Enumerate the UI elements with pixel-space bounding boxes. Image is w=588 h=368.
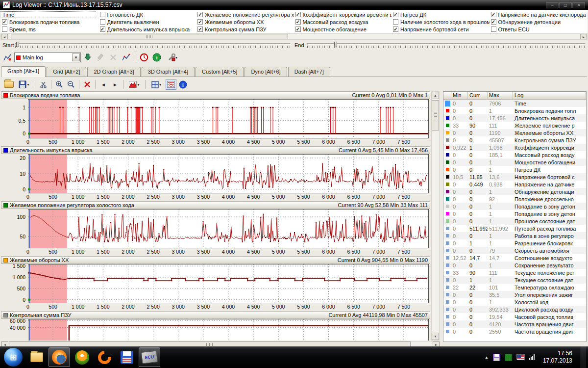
signal-checkbox-item[interactable]: ✓Желаемое положение регулятора хол: [196, 11, 294, 18]
table-row[interactable]: 0045507Контрольная сумма ПЗУ: [443, 136, 586, 144]
delete-log-button[interactable]: [107, 52, 119, 63]
end-slider[interactable]: [307, 41, 586, 49]
table-row[interactable]: 007906Time: [443, 100, 586, 107]
graph-info-button[interactable]: i: [177, 79, 188, 90]
save-button[interactable]: ▾: [16, 79, 32, 90]
tray-floppy-icon[interactable]: [493, 354, 500, 361]
next-button[interactable]: ►: [110, 79, 121, 90]
table-row[interactable]: 3390111Текущее положение рег: [443, 269, 586, 276]
checked-checkbox-icon[interactable]: ✓: [2, 19, 7, 25]
table-row[interactable]: 0079Скорость автомобиля: [443, 247, 586, 254]
table-row[interactable]: 00185,1Массовый расход возду: [443, 151, 586, 158]
signal-panel-hscrollbar[interactable]: ◄ ►: [0, 33, 588, 40]
table-row[interactable]: 001190Желаемые обороты ХХ: [443, 129, 586, 136]
edit-log-button[interactable]: [95, 52, 106, 63]
show-desktop-button[interactable]: [581, 346, 586, 368]
table-row[interactable]: 0035,5Угол опережения зажиг: [443, 291, 586, 298]
checked-checkbox-icon[interactable]: ✓: [197, 12, 203, 17]
language-flag-icon[interactable]: [516, 354, 525, 360]
table-row[interactable]: 0,92211,098Коэффициент коррекци: [443, 144, 586, 151]
layout-dropdown[interactable]: ▾: [148, 79, 165, 90]
open-log-button[interactable]: [3, 79, 15, 90]
plot-canvas[interactable]: [28, 99, 429, 138]
table-row[interactable]: 2222101Температура охлаждаю: [443, 284, 586, 291]
signal-checkbox-item[interactable]: Готовность ДК: [98, 11, 196, 18]
unchecked-checkbox-icon[interactable]: [491, 26, 496, 32]
table-row[interactable]: 001Попадание в зону детон: [443, 210, 586, 217]
table-row[interactable]: 001Блокировка подачи топл: [443, 107, 586, 114]
zoom-in-button[interactable]: [54, 79, 65, 90]
signal-checkbox-item[interactable]: ✓Напряжение на датчике кислорода: [490, 11, 588, 18]
scroll-up-icon[interactable]: ▲: [432, 92, 439, 99]
scroll-left-icon[interactable]: ◄: [1, 34, 8, 39]
signal-checkbox-item[interactable]: ✓Длительность импульса впрыска: [98, 26, 196, 33]
gauge-button[interactable]: [138, 52, 150, 63]
signal-checkbox-item[interactable]: ✓Блокировка подачи топлива: [0, 18, 98, 26]
signal-lines-toggle[interactable]: [166, 79, 176, 90]
tab-2d-graph[interactable]: 2D Graph [Alt+3]: [87, 67, 140, 77]
table-row[interactable]: 001Холостой ход: [443, 298, 586, 306]
show-hidden-icons-button[interactable]: ▲: [485, 355, 489, 360]
scroll-down-icon[interactable]: ▼: [432, 333, 439, 340]
taskbar-swirl-app-button[interactable]: [94, 347, 115, 367]
checked-checkbox-icon[interactable]: ✓: [491, 19, 496, 25]
checked-checkbox-icon[interactable]: ✓: [100, 26, 105, 32]
log-properties-button[interactable]: [1, 52, 13, 63]
checked-checkbox-icon[interactable]: ✓: [295, 19, 301, 25]
table-row[interactable]: 00,4490,938Напряжение на датчике: [443, 181, 586, 188]
close-button[interactable]: ✕: [572, 2, 585, 8]
taskbar-logviewer-button[interactable]: ECU: [139, 347, 160, 367]
checked-checkbox-icon[interactable]: ✓: [491, 12, 496, 17]
table-row[interactable]: 0511,992511,992Путевой расход топлива: [443, 225, 586, 232]
signal-checkbox-item[interactable]: ✓Желаемые обороты ХХ: [196, 18, 294, 26]
signal-checkbox-item[interactable]: Ответы ECU: [490, 26, 588, 33]
column-header-max[interactable]: Max: [488, 92, 513, 99]
settings-button[interactable]: ▾: [164, 52, 181, 63]
taskbar-firefox-button[interactable]: [49, 347, 70, 367]
column-header-min[interactable]: Min: [451, 92, 468, 99]
log-selector[interactable]: Main log ▾: [14, 53, 81, 62]
graphs-vscrollbar[interactable]: ▲ ▼: [431, 91, 440, 341]
signal-checkbox-item[interactable]: ✓Мощностное обогащение: [294, 26, 392, 33]
table-row[interactable]: 011Разрешение блокировк: [443, 239, 586, 247]
unchecked-checkbox-icon[interactable]: [100, 12, 105, 17]
signal-checkbox-item[interactable]: ✓Обнаружение детонации: [490, 18, 588, 26]
signal-checkbox-item[interactable]: ✓Контрольная сумма ПЗУ: [196, 26, 294, 33]
scrollbar-thumb[interactable]: [432, 100, 439, 131]
plot-canvas[interactable]: [28, 319, 429, 341]
taskbar-sphere-app-button[interactable]: [71, 347, 93, 367]
checked-checkbox-icon[interactable]: ✓: [295, 26, 301, 32]
checked-checkbox-icon[interactable]: ✓: [393, 26, 398, 32]
tab-grid[interactable]: Grid [Alt+2]: [47, 67, 86, 77]
table-row[interactable]: 001Обнаружение детонаци: [443, 188, 586, 195]
plot-canvas[interactable]: [28, 154, 429, 193]
plot-canvas[interactable]: [28, 209, 429, 248]
start-slider[interactable]: [15, 41, 291, 49]
compare-logs-button[interactable]: [120, 52, 132, 63]
zoom-out-button[interactable]: [66, 79, 76, 90]
tab-custom[interactable]: Custom [Alt+5]: [196, 67, 244, 77]
scroll-right-icon[interactable]: ►: [580, 34, 587, 39]
signal-checkbox-item[interactable]: ✓Напряжение бортовой сети: [392, 26, 490, 33]
cut-button[interactable]: [38, 79, 49, 90]
taskbar-explorer-button[interactable]: [26, 347, 48, 367]
taskbar-clock[interactable]: 17:56 17.07.2013: [539, 350, 576, 365]
add-log-button[interactable]: [82, 52, 94, 63]
column-header-log[interactable]: Log: [513, 92, 586, 99]
signal-checkbox-item[interactable]: Время, ms: [0, 26, 98, 33]
table-row[interactable]: 0092Положение дроссельно: [443, 195, 586, 203]
table-row[interactable]: 0017,456Длительность импульса: [443, 114, 586, 122]
tab-graph[interactable]: Graph [Alt+1]: [1, 66, 46, 77]
signal-checkbox-item[interactable]: ✓Нагрев ДК: [392, 11, 490, 18]
scrollbar-thumb[interactable]: [11, 34, 288, 39]
tab-3d-graph[interactable]: 3D Graph [Alt+4]: [142, 67, 195, 77]
checked-checkbox-icon[interactable]: ✓: [197, 19, 203, 25]
taskbar-floppy-app-button[interactable]: [116, 347, 138, 367]
minimize-button[interactable]: –: [546, 2, 559, 8]
table-row[interactable]: 001Нагрев ДК: [443, 166, 586, 173]
table-row[interactable]: 011Текущее состояние дат: [443, 276, 586, 284]
signal-checkbox-item[interactable]: Двигатель выключен: [98, 18, 196, 26]
graph-style-dropdown[interactable]: ▾: [126, 79, 143, 90]
table-row[interactable]: 002550Частота вращения двиг: [443, 328, 586, 335]
tray-grid-icon[interactable]: [505, 354, 512, 361]
